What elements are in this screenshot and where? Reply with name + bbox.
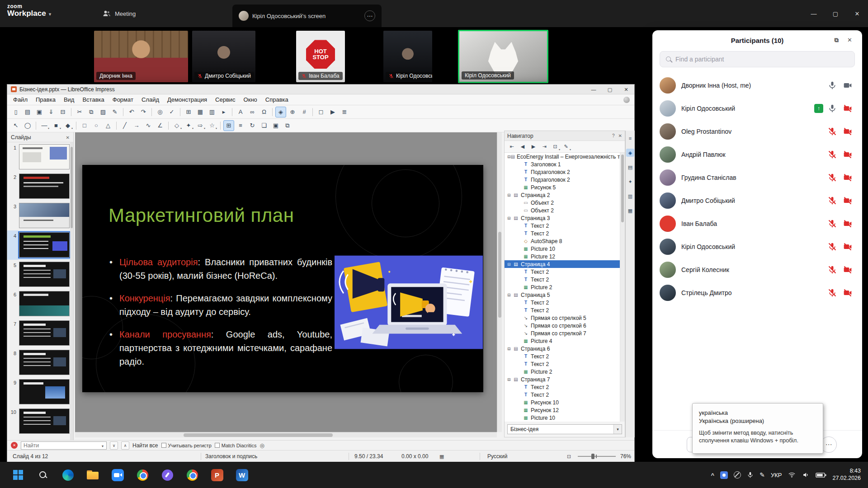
find-input[interactable] (21, 442, 97, 449)
search-button[interactable] (34, 466, 52, 484)
toolbar-icon[interactable]: ↖ (10, 120, 21, 131)
navigator-item[interactable]: Подзаголовок 2 (505, 168, 620, 176)
help-icon[interactable]: ? (612, 133, 615, 138)
participant-row[interactable]: Дворник Інна (Host, me) (652, 74, 862, 97)
navigator-toolbar-icon[interactable]: ⊡ (550, 142, 560, 151)
toolbar-icon[interactable]: A (235, 107, 246, 117)
slide-thumbnail[interactable]: 5 (7, 260, 70, 289)
minimize-button[interactable] (803, 0, 825, 27)
maximize-button[interactable] (825, 0, 846, 27)
toolbar-icon[interactable]: ◈ (275, 107, 286, 117)
navigator-item[interactable]: Страница 2 (505, 191, 620, 199)
toolbar-icon[interactable]: ⊞ (223, 120, 234, 131)
toolbar-icon[interactable]: ⧉ (282, 120, 293, 131)
menu-item[interactable]: Правка (32, 94, 60, 105)
slide-thumbnail[interactable]: 9 (7, 377, 70, 407)
sidebar-tab-icon[interactable]: ◈ (626, 149, 634, 157)
object-size-status[interactable]: 0.00 x 0.00 (401, 450, 428, 462)
toolbar-icon[interactable]: ∠ (155, 120, 165, 131)
powerpoint-button[interactable] (208, 466, 226, 484)
participant-row[interactable]: Грудина Станіслав (652, 166, 862, 189)
tab-shared-screen[interactable]: Кіріл Одосовський's screen (232, 5, 382, 27)
file-explorer-button[interactable] (84, 466, 102, 484)
pen-icon[interactable] (760, 471, 765, 479)
navigator-toolbar-icon[interactable]: ⇤ (507, 142, 517, 151)
toolbar-icon[interactable]: ▯ (10, 107, 21, 117)
navigator-item[interactable]: Текст 2 (505, 306, 620, 314)
toolbar-icon[interactable]: ≣ (339, 107, 350, 117)
menu-item[interactable]: Демонстрация (163, 94, 211, 105)
close-find-icon[interactable] (11, 442, 18, 449)
toolbar-icon[interactable] (76, 122, 76, 130)
navigator-item[interactable]: Picture 2 (505, 368, 620, 375)
slide-thumbnail[interactable]: 3 (7, 201, 70, 230)
browser-button[interactable] (183, 466, 201, 484)
expander-icon[interactable] (507, 262, 513, 267)
minimize-button[interactable] (585, 84, 602, 94)
menu-item[interactable]: Сервис (211, 94, 240, 105)
navigator-item[interactable]: Рисунок 12 (505, 406, 620, 414)
navigator-item[interactable]: EcoEnergy Install – Енергонезалежність т… (505, 153, 620, 160)
participant-row[interactable]: Кіріл Одосовський (652, 235, 862, 258)
sidebar-tab-icon[interactable]: ✦ (626, 178, 634, 186)
toolbar-icon[interactable]: ≡ (235, 120, 246, 131)
find-combobox[interactable] (21, 441, 107, 450)
navigator-item[interactable]: Рисунок 5 (505, 183, 620, 191)
mic-icon[interactable] (828, 150, 837, 159)
video-tile[interactable]: Кіріл Одосовський (383, 31, 432, 82)
video-tile[interactable]: Кіріл Одосовський (458, 30, 548, 83)
toolbar-icon[interactable] (232, 108, 232, 116)
toolbar-icon[interactable]: ⊟ (57, 107, 68, 117)
slide-thumbnail[interactable]: 2 (7, 172, 70, 201)
toolbar-icon[interactable]: ↻ (247, 120, 258, 131)
sidebar-tab-icon[interactable]: ▤ (626, 163, 634, 171)
toolbar-icon[interactable]: ⊕ (287, 107, 298, 117)
find-previous-button[interactable]: ∧ (121, 441, 129, 450)
clock[interactable]: 8:43 27.02.2026 (832, 468, 861, 482)
tray-app-icon[interactable] (720, 471, 728, 479)
slide-thumbnail[interactable]: 10 (7, 407, 70, 436)
match-diacritics-checkbox[interactable]: Match Diacritics (215, 443, 257, 448)
toolbar-icon[interactable]: Ω (259, 107, 269, 117)
menu-item[interactable]: Слайд (137, 94, 163, 105)
toolbar-icon[interactable]: ▣ (34, 107, 45, 117)
toolbar-icon[interactable] (123, 108, 123, 116)
navigator-item[interactable]: Прямая со стрелкой 6 (505, 322, 620, 329)
camera-icon[interactable] (843, 219, 852, 228)
toolbar-icon[interactable] (71, 108, 71, 116)
layout-status[interactable]: Заголовок и подпись (205, 450, 257, 462)
mic-icon[interactable] (828, 219, 837, 228)
toolbar-icon[interactable]: ◎ (155, 107, 165, 117)
slide-workspace[interactable]: Маркетинговий план Цільова аудиторія: Вл… (75, 132, 497, 432)
toolbar-icon[interactable] (272, 108, 273, 116)
mic-icon[interactable] (828, 81, 837, 90)
video-tile[interactable]: Дмитро Собіцький (192, 31, 255, 82)
navigator-item[interactable]: Страница 3 (505, 214, 620, 222)
navigator-item[interactable]: Текст 2 (505, 299, 620, 306)
tray-mic-icon[interactable] (747, 471, 754, 479)
toolbar-icon[interactable]: # (299, 107, 310, 117)
navigator-item[interactable]: Рисунок 10 (505, 399, 620, 406)
mic-icon[interactable] (828, 265, 837, 274)
slide-thumbnail[interactable]: 8 (7, 348, 70, 377)
toolbar-icon[interactable]: ⇓ (46, 107, 57, 117)
navigator-item[interactable]: Picture 10 (505, 414, 620, 422)
navigator-item[interactable]: Picture 12 (505, 253, 620, 260)
chevron-down-icon[interactable] (49, 9, 52, 18)
camera-icon[interactable] (843, 265, 852, 274)
navigator-item[interactable]: Объект 2 (505, 199, 620, 206)
toolbar-icon[interactable]: ↶ (126, 107, 137, 117)
close-icon[interactable] (66, 134, 70, 141)
zoom-slider[interactable] (578, 456, 616, 457)
navigator-item[interactable]: Picture 2 (505, 283, 620, 291)
mic-icon[interactable] (828, 196, 837, 205)
do-not-disturb-icon[interactable] (734, 471, 741, 479)
expander-icon[interactable] (507, 293, 513, 297)
find-all-button[interactable]: Найти все (132, 442, 158, 449)
toolbar-icon[interactable] (36, 122, 36, 130)
sidebar-tab-icon[interactable]: ▦ (626, 206, 634, 215)
navigator-item[interactable]: Страница 6 (505, 345, 620, 352)
search-input[interactable] (675, 52, 852, 67)
word-button[interactable] (233, 466, 251, 484)
camera-icon[interactable] (843, 242, 852, 251)
